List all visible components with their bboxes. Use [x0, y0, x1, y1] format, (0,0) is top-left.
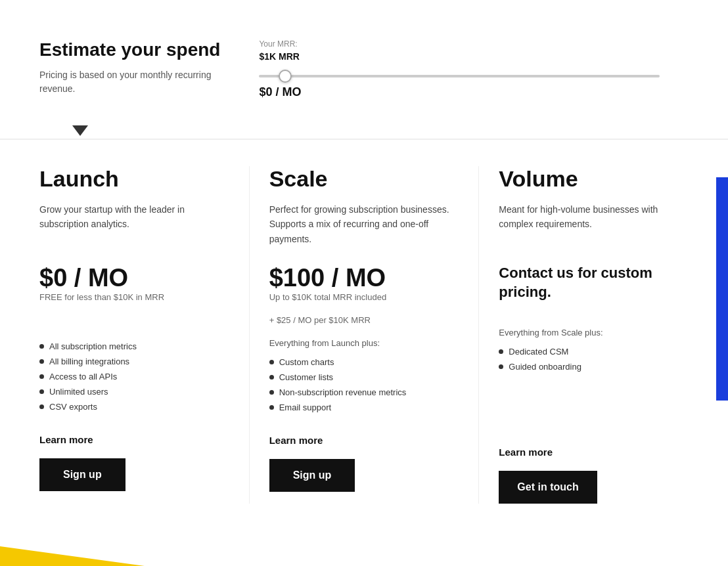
bullet-icon: [269, 360, 274, 364]
scale-features-header: Everything from Launch plus:: [269, 338, 459, 348]
bullet-icon: [269, 375, 274, 380]
list-item: Unlimited users: [39, 384, 229, 399]
scale-learn-more-link[interactable]: Learn more: [269, 435, 459, 446]
scale-plan-name: Scale: [269, 166, 459, 192]
launch-plan-name: Launch: [39, 166, 229, 192]
launch-sign-up-button[interactable]: Sign up: [39, 458, 125, 491]
launch-plan-price-sub: FREE for less than $10K in MRR: [39, 292, 229, 302]
estimator-right: Your MRR: $1K MRR $0 / MO: [239, 39, 660, 99]
estimator-section: Estimate your spend Pricing is based on …: [0, 0, 728, 119]
divider-section: [0, 119, 728, 140]
list-item: Email support: [269, 400, 459, 415]
volume-features-header: Everything from Scale plus:: [499, 328, 689, 337]
volume-plan-description: Meant for high-volume businesses with co…: [499, 202, 689, 248]
list-item: Customer lists: [269, 370, 459, 385]
volume-features-list: Dedicated CSM Guided onboarding: [499, 344, 689, 374]
list-item: Guided onboarding: [499, 359, 689, 374]
scale-features-list: Custom charts Customer lists Non-subscri…: [269, 355, 459, 415]
estimator-title: Estimate your spend: [39, 39, 237, 60]
corner-right-mid-decoration: [716, 177, 728, 401]
bullet-icon: [39, 344, 44, 349]
arrow-down-icon: [72, 125, 88, 136]
launch-plan-description: Grow your startup with the leader in sub…: [39, 202, 229, 248]
bullet-icon: [39, 374, 44, 379]
mrr-value: $1K MRR: [259, 51, 660, 62]
scale-sign-up-button[interactable]: Sign up: [269, 459, 355, 492]
scale-plan-price-sub: Up to $10K total MRR included: [269, 292, 459, 302]
bullet-icon: [39, 359, 44, 364]
list-item: Access to all APIs: [39, 369, 229, 384]
bullet-icon: [269, 405, 274, 410]
mo-price-display: $0 / MO: [259, 85, 660, 99]
list-item: All billing integrations: [39, 354, 229, 369]
mrr-label: Your MRR:: [259, 39, 660, 49]
list-item: All subscription metrics: [39, 339, 229, 354]
bullet-icon: [499, 364, 503, 369]
plan-launch: Launch Grow your startup with the leader…: [39, 166, 249, 504]
plan-volume: Volume Meant for high-volume businesses …: [478, 166, 689, 504]
estimator-subtitle: Pricing is based on your monthly recurri…: [39, 68, 237, 96]
list-item: CSV exports: [39, 399, 229, 414]
launch-plan-price: $0 / MO: [39, 264, 229, 292]
bullet-icon: [39, 404, 44, 409]
list-item: Non-subscription revenue metrics: [269, 385, 459, 400]
scale-plan-price: $100 / MO: [269, 264, 459, 292]
volume-get-in-touch-button[interactable]: Get in touch: [499, 471, 597, 504]
list-item: Dedicated CSM: [499, 344, 689, 359]
launch-learn-more-link[interactable]: Learn more: [39, 434, 229, 445]
plan-scale: Scale Perfect for growing subscription b…: [249, 166, 479, 504]
mrr-slider[interactable]: [259, 75, 660, 77]
bullet-icon: [499, 349, 503, 354]
volume-custom-price: Contact us for custom pricing.: [499, 264, 689, 301]
list-item: Custom charts: [269, 355, 459, 370]
scale-plan-price-detail: + $25 / MO per $10K MRR: [269, 315, 459, 325]
slider-wrapper: [259, 68, 660, 80]
launch-features-list: All subscription metrics All billing int…: [39, 339, 229, 414]
estimator-left: Estimate your spend Pricing is based on …: [39, 39, 237, 96]
plans-section: Launch Grow your startup with the leader…: [0, 140, 728, 543]
volume-learn-more-link[interactable]: Learn more: [499, 446, 689, 458]
bullet-icon: [39, 389, 44, 394]
bullet-icon: [269, 390, 274, 395]
scale-plan-description: Perfect for growing subscription busines…: [269, 202, 459, 248]
volume-plan-name: Volume: [499, 166, 689, 192]
